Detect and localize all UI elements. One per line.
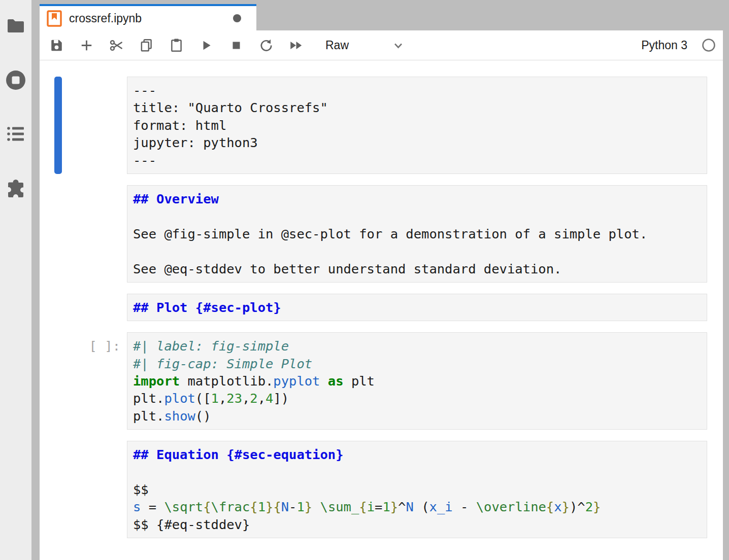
cell-editor[interactable]: ## Equation {#sec-equation} $$s = \sqrt{… (127, 441, 707, 538)
execution-prompt (62, 77, 120, 82)
cell-editor[interactable]: ---title: "Quarto Crossrefs"format: html… (127, 77, 707, 174)
notebook-cell-code-plot: [ ]: #| label: fig-simple#| fig-cap: Sim… (127, 332, 707, 430)
cell-collapser[interactable] (54, 441, 62, 538)
cell-type-select[interactable]: Raw (325, 39, 405, 52)
stop-icon (229, 39, 243, 52)
notebook-cell-markdown-plot-heading: ## Plot {#sec-plot} (127, 294, 707, 321)
sidebar-item-running-kernels[interactable] (0, 66, 31, 94)
copy-cells-button[interactable] (131, 34, 161, 56)
main-panel: crossref.ipynb (40, 0, 723, 560)
tab-title: crossref.ipynb (69, 12, 142, 25)
paste-icon (170, 38, 183, 53)
code-line: See @fig-simple in @sec-plot for a demon… (133, 225, 701, 242)
list-icon (7, 126, 24, 142)
notebook-cell-markdown-overview: ## Overview See @fig-simple in @sec-plot… (127, 185, 707, 283)
scissors-icon (109, 39, 124, 52)
notebook-cell-raw-frontmatter: ---title: "Quarto Crossrefs"format: html… (127, 77, 707, 174)
cell-collapser[interactable] (54, 77, 62, 174)
cell-editor[interactable]: ## Overview See @fig-simple in @sec-plot… (127, 185, 707, 283)
interrupt-kernel-button[interactable] (221, 34, 251, 56)
plus-icon (80, 39, 93, 52)
code-line: $$ {#eq-stddev} (133, 516, 701, 533)
notebook-icon (47, 10, 62, 27)
execution-prompt (62, 185, 120, 190)
notebook-cell-markdown-equation: ## Equation {#sec-equation} $$s = \sqrt{… (127, 441, 707, 538)
save-button[interactable] (42, 34, 72, 56)
copy-icon (140, 38, 153, 53)
cell-collapser[interactable] (54, 332, 62, 430)
code-line: --- (133, 82, 701, 99)
code-line (133, 464, 701, 481)
fast-forward-icon (288, 39, 304, 52)
play-icon (200, 39, 213, 52)
code-line: ## Equation {#sec-equation} (133, 446, 701, 463)
sidebar-divider (31, 0, 40, 560)
add-cell-button[interactable] (72, 34, 102, 56)
execution-prompt: [ ]: (62, 332, 120, 355)
kernel-name[interactable]: Python 3 (641, 39, 687, 52)
code-line: $$ (133, 481, 701, 498)
tab-bar: crossref.ipynb (40, 0, 723, 30)
code-line: #| label: fig-simple (133, 337, 701, 355)
restart-run-all-button[interactable] (281, 34, 311, 56)
cell-editor[interactable]: ## Plot {#sec-plot} (127, 294, 707, 321)
code-line: ## Plot {#sec-plot} (133, 299, 701, 316)
code-line: import matplotlib.pyplot as plt (133, 372, 701, 390)
tab-crossref-ipynb[interactable]: crossref.ipynb (40, 4, 256, 30)
chevron-down-icon (392, 39, 405, 52)
code-line: title: "Quarto Crossrefs" (133, 99, 701, 116)
puzzle-icon (6, 178, 26, 198)
execution-prompt (62, 294, 120, 299)
jupyterlab-window: crossref.ipynb (0, 0, 729, 560)
tab-dirty-indicator[interactable] (233, 14, 241, 22)
code-line: plt.show() (133, 407, 701, 425)
run-cell-button[interactable] (191, 34, 221, 56)
notebook-toolbar: Raw Python 3 (40, 30, 723, 60)
code-line: format: html (133, 117, 701, 134)
cell-editor[interactable]: #| label: fig-simple#| fig-cap: Simple P… (127, 332, 707, 430)
notebook-panel: ---title: "Quarto Crossrefs"format: html… (40, 60, 723, 560)
activity-bar (0, 0, 31, 560)
cell-collapser[interactable] (54, 294, 62, 321)
restart-icon (259, 38, 274, 53)
cut-cells-button[interactable] (102, 34, 131, 56)
kernel-indicator: Python 3 (641, 38, 719, 52)
code-line: jupyter: python3 (133, 134, 701, 151)
sidebar-item-table-of-contents[interactable] (0, 120, 31, 148)
cell-type-value: Raw (325, 39, 349, 52)
paste-cells-button[interactable] (161, 34, 191, 56)
code-line: ## Overview (133, 190, 701, 207)
cell-list: ---title: "Quarto Crossrefs"format: html… (40, 60, 723, 538)
code-line: #| fig-cap: Simple Plot (133, 355, 701, 372)
stop-circle-icon (5, 69, 26, 91)
code-line: --- (133, 152, 701, 169)
folder-icon (7, 18, 25, 33)
kernel-status-circle-icon[interactable] (702, 38, 716, 52)
code-line (133, 207, 701, 225)
code-line: See @eq-stddev to better understand stan… (133, 260, 701, 277)
execution-prompt (62, 441, 120, 446)
sidebar-item-extension-manager[interactable] (0, 173, 31, 202)
sidebar-item-file-browser[interactable] (0, 12, 31, 40)
save-icon (50, 39, 63, 52)
restart-kernel-button[interactable] (251, 34, 281, 56)
code-line: plt.plot([1,23,2,4]) (133, 390, 701, 407)
window-right-edge (723, 0, 729, 560)
code-line (133, 242, 701, 260)
code-line: s = \sqrt{\frac{1}{N-1} \sum_{i=1}^N (x_… (133, 498, 701, 515)
cell-collapser[interactable] (54, 185, 62, 283)
